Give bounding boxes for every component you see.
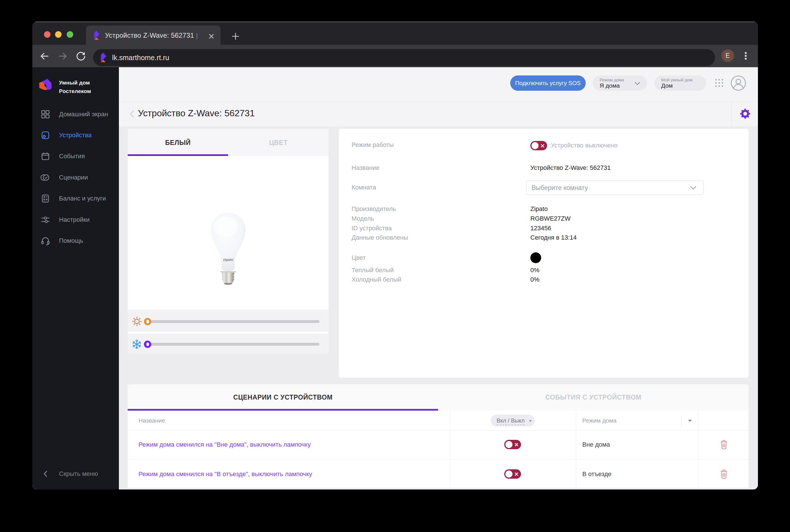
svg-text:zipato: zipato: [223, 258, 233, 262]
